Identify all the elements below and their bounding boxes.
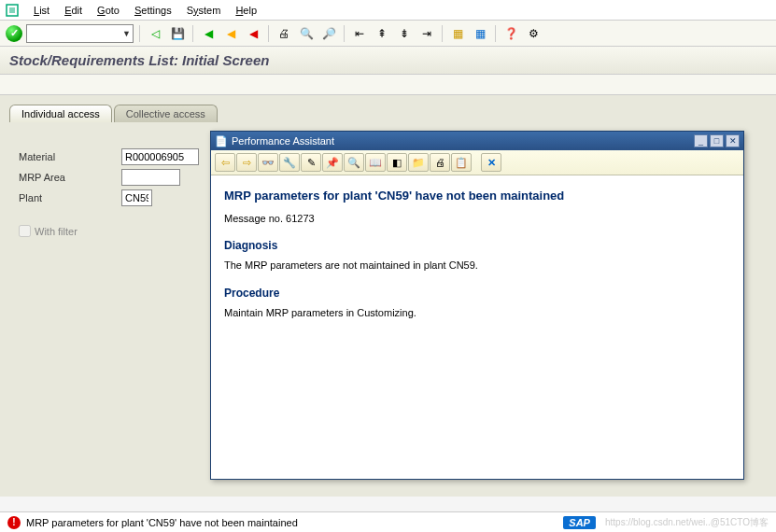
status-message: MRP parameters for plant 'CN59' have not… — [26, 517, 298, 528]
menu-list[interactable]: List — [34, 5, 49, 16]
watermark: https://blog.csdn.net/wei..@51CTO博客 — [605, 516, 769, 529]
separator — [442, 25, 443, 42]
minimize-button[interactable]: _ — [694, 134, 708, 147]
help-button[interactable]: ❓ — [501, 24, 520, 43]
assistant-body: MRP parameters for plant 'CN59' have not… — [211, 175, 743, 482]
diagnosis-text: The MRP parameters are not maintained in… — [224, 258, 730, 273]
cancel-button[interactable]: ◀ — [244, 24, 262, 43]
dropdown-icon: ▼ — [122, 29, 131, 38]
close-button[interactable]: ✕ — [726, 134, 740, 147]
error-icon: ! — [7, 516, 21, 529]
back-button[interactable]: ◁ — [146, 24, 164, 43]
statusbar: ! MRP parameters for plant 'CN59' have n… — [0, 511, 776, 532]
maximize-button[interactable]: □ — [710, 134, 724, 147]
mrparea-input[interactable] — [121, 169, 180, 186]
separator — [192, 25, 193, 42]
first-page-button[interactable]: ⇤ — [350, 24, 369, 43]
edit-button[interactable]: ✎ — [301, 153, 321, 172]
print-button-2[interactable]: 🖨 — [430, 153, 450, 172]
withfilter-label: With filter — [35, 226, 78, 237]
menu-goto[interactable]: Goto — [97, 5, 120, 16]
menu-help[interactable]: Help — [235, 5, 257, 16]
find-next-button[interactable]: 🔎 — [319, 24, 338, 43]
back-green-button[interactable]: ◀ — [199, 24, 218, 43]
menubar: List Edit Goto Settings System Help — [0, 0, 776, 21]
application-toolbar — [0, 75, 776, 95]
menu-settings[interactable]: Settings — [134, 5, 172, 16]
close-toolbar-button[interactable]: ✕ — [481, 153, 501, 172]
assistant-title: Performance Assistant — [232, 135, 334, 147]
assistant-toolbar: ⇦ ⇨ 👓 🔧 ✎ 📌 🔍 📖 ◧ 📁 🖨 📋 ✕ — [211, 150, 743, 175]
menu-edit[interactable]: Edit — [64, 5, 82, 16]
separator — [344, 25, 345, 42]
nav-forward-button[interactable]: ⇨ — [236, 153, 257, 172]
last-page-button[interactable]: ⇥ — [417, 24, 436, 43]
pin-button[interactable]: 📌 — [322, 153, 343, 172]
command-field[interactable]: ▼ — [26, 24, 134, 43]
procedure-text: Maintain MRP parameters in Customizing. — [224, 305, 730, 321]
assistant-message-no: Message no. 61273 — [224, 211, 730, 227]
nav-back-button[interactable]: ⇦ — [215, 153, 235, 172]
material-label: Material — [19, 151, 121, 162]
book-button[interactable]: 📖 — [365, 153, 386, 172]
withfilter-checkbox[interactable] — [19, 225, 31, 237]
performance-assistant-window: 📄 Performance Assistant _ □ ✕ ⇦ ⇨ 👓 🔧 ✎ … — [210, 131, 744, 480]
find-button[interactable]: 🔍 — [297, 24, 316, 43]
folder-button[interactable]: 📁 — [408, 153, 429, 172]
enter-button[interactable]: ✓ — [6, 25, 22, 42]
separator — [268, 25, 269, 42]
menu-system[interactable]: System — [187, 5, 221, 16]
next-page-button[interactable]: ⇟ — [395, 24, 414, 43]
tech-info-button[interactable]: 🔧 — [279, 153, 300, 172]
exit-button[interactable]: ◀ — [221, 24, 240, 43]
title-bar: Stock/Requirements List: Initial Screen — [0, 47, 776, 75]
plant-label: Plant — [19, 192, 121, 203]
plant-input[interactable] — [121, 189, 152, 206]
save-button[interactable]: 💾 — [168, 24, 187, 43]
tab-individual-access[interactable]: Individual access — [9, 105, 112, 122]
app-menu-icon[interactable] — [6, 4, 19, 17]
tab-collective-access[interactable]: Collective access — [114, 105, 218, 122]
sap-logo: SAP — [563, 516, 596, 529]
assistant-title-icon: 📄 — [215, 135, 228, 147]
copy-button[interactable]: 📋 — [451, 153, 472, 172]
separator — [139, 25, 140, 42]
new-session-button[interactable]: ▦ — [448, 24, 467, 43]
print-button[interactable]: 🖨 — [275, 24, 293, 43]
glasses-button[interactable]: 👓 — [258, 153, 278, 172]
material-input[interactable] — [121, 148, 199, 165]
diagnosis-heading: Diagnosis — [224, 237, 730, 254]
prev-page-button[interactable]: ⇞ — [373, 24, 391, 43]
main-toolbar: ✓ ▼ ◁ 💾 ◀ ◀ ◀ 🖨 🔍 🔎 ⇤ ⇞ ⇟ ⇥ ▦ ▦ ❓ ⚙ — [0, 21, 776, 47]
assistant-titlebar[interactable]: 📄 Performance Assistant _ □ ✕ — [211, 132, 743, 150]
tab-strip: Individual access Collective access — [9, 105, 767, 122]
search-button[interactable]: 🔍 — [344, 153, 364, 172]
page-title: Stock/Requirements List: Initial Screen — [9, 52, 767, 68]
mrparea-label: MRP Area — [19, 172, 121, 183]
customize-button[interactable]: ⚙ — [524, 24, 543, 43]
procedure-heading: Procedure — [224, 285, 730, 301]
separator — [495, 25, 496, 42]
app-help-button[interactable]: ◧ — [387, 153, 407, 172]
shortcut-button[interactable]: ▦ — [471, 24, 489, 43]
assistant-heading: MRP parameters for plant 'CN59' have not… — [224, 187, 730, 205]
